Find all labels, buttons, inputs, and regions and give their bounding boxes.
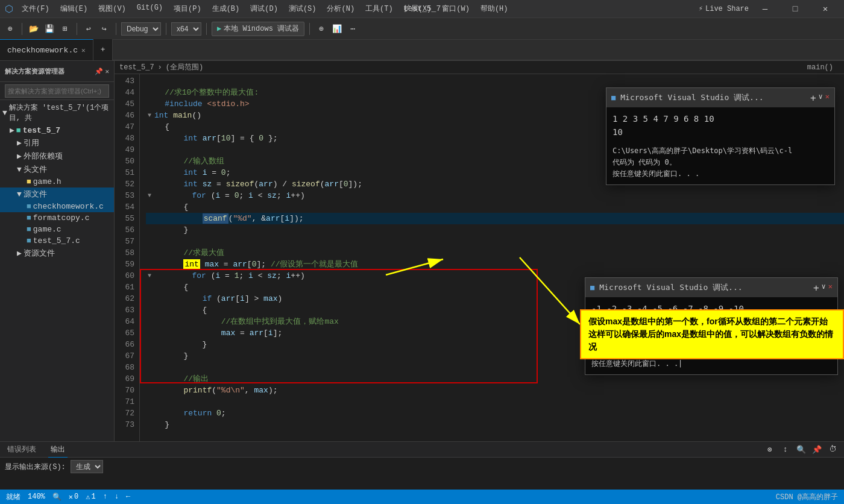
close-button[interactable]: ✕: [811, 0, 839, 18]
resources-label: 资源文件: [24, 248, 55, 259]
platform-select[interactable]: x64: [171, 22, 201, 36]
menu-debug[interactable]: 调试(D): [245, 2, 283, 15]
fold-46[interactable]: ▼: [146, 110, 153, 121]
tab-label: checkhomework.c: [7, 46, 78, 55]
console-1-close-btn[interactable]: ✕: [825, 92, 830, 104]
start-debug-btn[interactable]: ▶ 本地 Windows 调试器: [212, 22, 304, 36]
tree-resources[interactable]: ▶ 资源文件: [0, 247, 114, 260]
console-2-close-btn[interactable]: ✕: [828, 282, 833, 294]
status-errors: ✕ 0: [69, 493, 78, 502]
tree-references[interactable]: ▶ 引用: [0, 136, 114, 150]
output-clear-btn[interactable]: ⊗: [763, 443, 776, 456]
code-65: max = arr[i];: [146, 327, 282, 339]
code-line-59: int max = arr[0]; //假设第一个就是最大值: [146, 259, 844, 270]
output-wrap-btn[interactable]: ↕: [779, 443, 792, 456]
tab-new[interactable]: +: [93, 39, 113, 60]
nav-left-btn[interactable]: ←: [126, 493, 130, 501]
tab-close-icon[interactable]: ✕: [81, 46, 86, 54]
console-2-title: Microsoft Visual Studio 调试...: [599, 282, 742, 293]
open-btn[interactable]: 📂: [27, 22, 40, 36]
tab-error-list[interactable]: 错误列表: [5, 442, 39, 458]
console-2-add-btn[interactable]: +: [813, 282, 819, 294]
inc-45: #include <stdio.h>: [146, 98, 250, 110]
perf-btn[interactable]: 📊: [330, 22, 344, 36]
brace-47: {: [146, 121, 169, 133]
sidebar-close-icon[interactable]: ✕: [105, 68, 109, 75]
tree-solution[interactable]: ▼ 解决方案 'test_5_7'(1个项目, 共: [0, 101, 114, 124]
nav-down-btn[interactable]: ↓: [115, 493, 119, 501]
headers-label: 头文件: [24, 164, 47, 175]
menu-tools[interactable]: 工具(T): [361, 2, 398, 15]
menu-test[interactable]: 测试(S): [284, 2, 321, 15]
window-controls: ⚡ Live Share — □ ✕: [699, 0, 839, 18]
console-1-titlebar: ■ Microsoft Visual Studio 调试... + ∨ ✕: [606, 88, 834, 107]
console-1-result: 10: [613, 125, 828, 139]
undo-btn[interactable]: ↩: [82, 22, 95, 36]
menu-help[interactable]: 帮助(H): [476, 2, 513, 15]
tree-headers[interactable]: ▼ 头文件: [0, 163, 114, 176]
console-1-add-btn[interactable]: +: [810, 92, 816, 104]
menu-window[interactable]: 窗口(W): [437, 2, 474, 15]
sep3: [116, 23, 116, 35]
resources-expand-icon: ▶: [17, 248, 22, 258]
tree-gameh[interactable]: ■ game.h: [0, 176, 114, 187]
fold-53[interactable]: ▼: [146, 190, 153, 201]
code-48: int arr[10] = { 0 };: [146, 133, 278, 144]
maximize-button[interactable]: □: [781, 0, 809, 18]
menu-analyze[interactable]: 分析(N): [322, 2, 359, 15]
menu-build[interactable]: 生成(B): [207, 2, 245, 15]
save-btn[interactable]: 💾: [43, 22, 56, 36]
tab-checkhomework[interactable]: checkhomework.c ✕: [0, 39, 93, 60]
output-source-select[interactable]: 生成: [71, 460, 103, 473]
brace-56: }: [146, 224, 188, 236]
save-all-btn[interactable]: ⊞: [58, 22, 72, 36]
debug-config-select[interactable]: Debug: [121, 22, 161, 36]
tree-external-deps[interactable]: ▶ 外部依赖项: [0, 150, 114, 163]
tree-gamec[interactable]: ■ game.c: [0, 224, 114, 235]
menu-view[interactable]: 视图(V): [93, 2, 131, 15]
code-59: int max = arr[0]; //假设第一个就是最大值: [146, 259, 359, 270]
console-2-chevron-icon[interactable]: ∨: [822, 282, 826, 294]
checkhomework-icon: ■: [27, 202, 31, 211]
output-tabs: 错误列表 输出 ⊗ ↕ 🔍 📌 ⏱: [0, 442, 844, 458]
code-52: int sz = sizeof(arr) / sizeof(arr[0]);: [146, 178, 362, 190]
new-project-btn[interactable]: ⊕: [4, 22, 17, 36]
tree-project[interactable]: ▶ ■ test_5_7: [0, 124, 114, 136]
code-line-57: [146, 236, 844, 247]
sidebar-search-area: [0, 82, 114, 100]
menu-git[interactable]: Git(G): [132, 2, 168, 15]
fold-60[interactable]: ▼: [146, 270, 153, 282]
tree-formatcopy[interactable]: ■ formatcopy.c: [0, 212, 114, 224]
menu-edit[interactable]: 编辑(E): [55, 2, 93, 15]
output-pin-btn[interactable]: 📌: [810, 443, 824, 456]
code-line-53: ▼ for (i = 0; i < sz; i++): [146, 190, 844, 201]
redo-btn[interactable]: ↪: [98, 22, 111, 36]
code-line-70: printf("%d\n", max);: [146, 385, 844, 396]
menu-project[interactable]: 项目(P): [169, 2, 206, 15]
sep6: [309, 23, 310, 35]
output-clock-btn[interactable]: ⏱: [826, 443, 839, 456]
nav-up-btn[interactable]: ↑: [103, 493, 107, 501]
toolbar-more[interactable]: ⋯: [346, 22, 359, 36]
gamec-icon: ■: [27, 225, 31, 234]
source-expand-icon: ▼: [17, 190, 22, 199]
console-1-chevron-icon[interactable]: ∨: [819, 92, 823, 104]
console-1-title: Microsoft Visual Studio 调试...: [620, 92, 763, 103]
console-2-icon: ■: [590, 283, 594, 292]
menu-file[interactable]: 文件(F): [17, 2, 54, 15]
tree-test57[interactable]: ■ test_5_7.c: [0, 235, 114, 247]
scope-func: main(): [807, 63, 833, 72]
code-line-54: {: [146, 201, 844, 213]
tree-source-files[interactable]: ▼ 源文件: [0, 187, 114, 201]
output-find-btn[interactable]: 🔍: [795, 443, 808, 456]
sidebar-search-input[interactable]: [5, 84, 109, 98]
live-share-btn[interactable]: ⚡ Live Share: [699, 4, 749, 13]
attach-btn[interactable]: ⊕: [315, 22, 328, 36]
sidebar-header: 解决方案资源管理器 📌 ✕: [0, 61, 114, 82]
sidebar-pin-icon[interactable]: 📌: [95, 68, 103, 75]
tab-output[interactable]: 输出: [48, 442, 68, 458]
formatcopy-icon: ■: [27, 213, 31, 222]
minimize-button[interactable]: —: [751, 0, 779, 18]
console-1-prompt: 按任意键关闭此窗口. . .: [613, 168, 828, 180]
tree-checkhomework[interactable]: ■ checkhomework.c: [0, 201, 114, 212]
